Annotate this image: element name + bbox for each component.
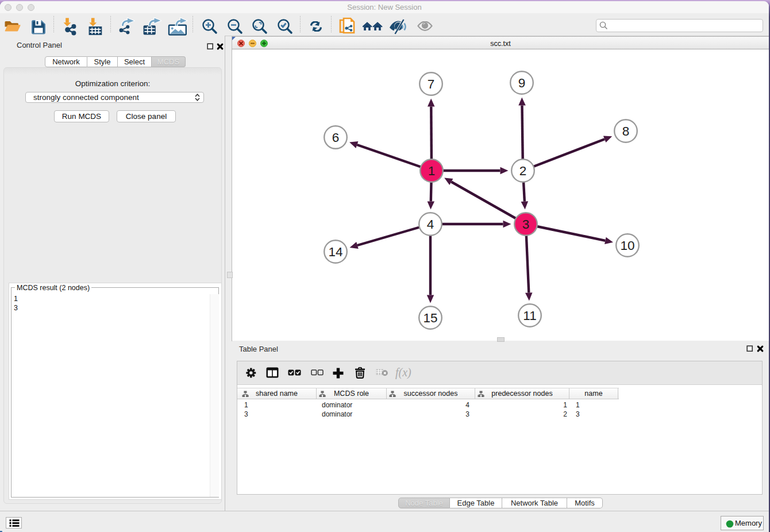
svg-text:8: 8 [622,124,630,138]
svg-text:15: 15 [423,311,437,325]
svg-text:1: 1 [428,164,436,178]
svg-text:9: 9 [518,76,526,90]
svg-text:11: 11 [523,309,536,323]
svg-text:6: 6 [332,130,340,145]
svg-text:7: 7 [428,77,435,91]
svg-text:14: 14 [328,245,342,259]
svg-text:4: 4 [427,217,434,232]
svg-text:2: 2 [519,164,527,178]
svg-text:10: 10 [620,238,634,253]
svg-text:3: 3 [522,217,530,232]
